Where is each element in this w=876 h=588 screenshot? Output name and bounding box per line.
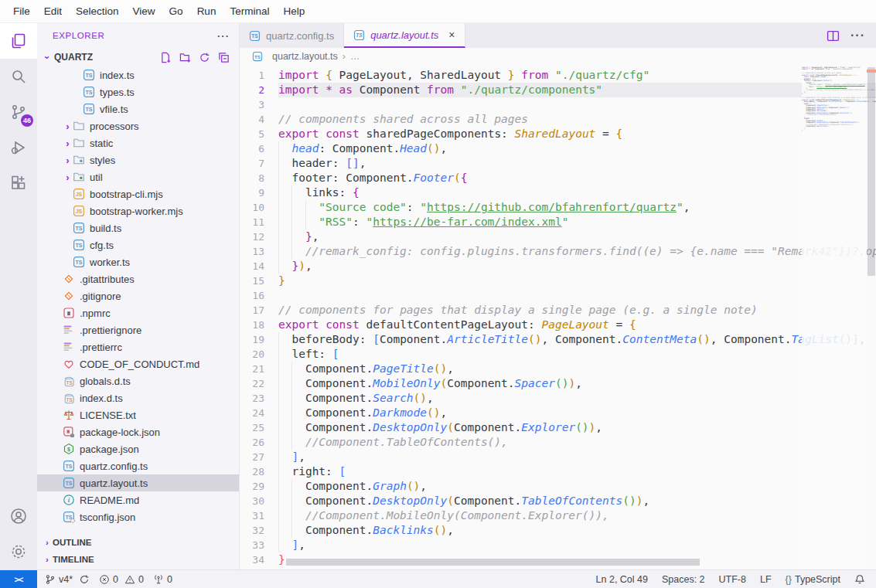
tree-item-label: bootstrap-worker.mjs [90,206,183,217]
minimap[interactable]: import { PageLayout, SharedLayout } from… [802,65,867,569]
search-activity-icon[interactable] [0,59,37,94]
tree-item-worker.ts[interactable]: TSworker.ts [37,253,239,270]
collapse-all-icon[interactable] [218,52,230,63]
cursor-position-status[interactable]: Ln 2, Col 49 [591,574,653,585]
tree-item-quartz.layout.ts[interactable]: TSquartz.layout.ts [37,474,239,491]
close-tab-icon[interactable]: × [448,29,455,41]
tree-item-.npmrc[interactable]: .npmrc [37,304,239,321]
timeline-chevron-icon: › [42,555,53,564]
tree-item-package.json[interactable]: $package.json [37,440,239,457]
tree-item-types.ts[interactable]: TStypes.ts [37,83,239,100]
tree-item-static[interactable]: ›static [37,134,239,151]
tree-item-build.ts[interactable]: TSbuild.ts [37,219,239,236]
tree-item-quartz.config.ts[interactable]: TSquartz.config.ts [37,457,239,474]
ports-status[interactable]: 0 [148,574,177,585]
extensions-activity-icon[interactable] [0,165,37,201]
menu-go[interactable]: Go [162,2,190,20]
tree-item-label: package.json [80,444,139,455]
tree-item-vfile.ts[interactable]: TSvfile.ts [37,100,239,117]
menu-help[interactable]: Help [276,2,312,20]
tree-item-.gitignore[interactable]: .gitignore [37,287,239,304]
editor-more-actions-icon[interactable]: ··· [850,29,865,42]
tree-item-cfg.ts[interactable]: TScfg.ts [37,236,239,253]
svg-text:TS: TS [76,260,83,265]
svg-text:TS: TS [66,397,73,403]
tree-item-package-lock.json[interactable]: package-lock.json [37,423,239,440]
menu-bar: FileEditSelectionViewGoRunTerminalHelp [0,0,876,23]
encoding-status[interactable]: UTF-8 [714,574,751,585]
eol-status[interactable]: LF [755,574,776,585]
tree-item-styles[interactable]: ›styles [37,151,239,168]
tree-item-.prettierignore[interactable]: .prettierignore [37,321,239,338]
refresh-icon[interactable] [199,52,210,63]
section-chevron-icon[interactable]: › [42,52,53,63]
js-icon: JS [73,205,85,217]
tree-item-processors[interactable]: ›processors [37,117,239,134]
tree-item-index.d.ts[interactable]: TSindex.d.ts [37,389,239,406]
tree-item-index.ts[interactable]: TSindex.ts [37,66,239,83]
menu-view[interactable]: View [126,2,162,20]
timeline-panel-header[interactable]: › TIMELINE [37,551,239,568]
tree-item-label: .prettierignore [80,325,141,336]
line-number: 16 [240,288,278,303]
menu-edit[interactable]: Edit [37,2,69,20]
breadcrumb-file[interactable]: quartz.layout.ts [272,51,338,62]
breadcrumb-separator: › [343,51,346,62]
language-mode-status[interactable]: {} TypeScript [781,574,845,585]
remote-indicator[interactable]: >< [0,570,37,588]
tree-item-label: CODE_OF_CONDUCT.md [80,359,199,370]
explorer-title: EXPLORER [53,31,104,40]
tree-item-README.md[interactable]: iREADME.md [37,491,239,508]
explorer-more-icon[interactable]: ··· [217,30,230,42]
timeline-label: TIMELINE [53,555,94,564]
code-line-11: 11 "RSS": "https://be-far.com/index.xml" [240,215,876,229]
tree-item-bootstrap-worker.mjs[interactable]: JSbootstrap-worker.mjs [37,202,239,219]
new-file-icon[interactable] [160,52,172,63]
explorer-activity-icon[interactable] [0,23,37,59]
menu-selection[interactable]: Selection [69,2,126,20]
line-number: 26 [240,435,278,450]
menu-run[interactable]: Run [190,2,223,20]
tree-item-LICENSE.txt[interactable]: LICENSE.txt [37,406,239,423]
tree-item-.prettierrc[interactable]: .prettierrc [37,338,239,355]
workspace-section-title[interactable]: QUARTZ [54,52,93,63]
horizontal-scrollbar[interactable] [286,559,700,566]
vertical-scrollbar[interactable] [867,67,875,276]
line-number: 14 [240,259,278,274]
git-branch-status[interactable]: v4* [40,574,94,585]
problems-status[interactable]: 0 0 [94,574,148,585]
prettier-icon [63,341,75,353]
ts-file-icon: TS [353,29,365,41]
new-folder-icon[interactable] [179,52,191,63]
tree-item-tsconfig.json[interactable]: TStsconfig.json [37,508,239,525]
line-number: 32 [240,523,278,538]
code-line-18: 18export const defaultContentPageLayout:… [240,318,876,332]
source-control-activity-icon[interactable]: 46 [0,94,37,130]
tree-item-label: static [90,138,113,149]
tab-quartz.config.ts[interactable]: TSquartz.config.ts [240,23,344,48]
git-icon [63,273,75,285]
tree-item-globals.d.ts[interactable]: TSglobals.d.ts [37,372,239,389]
split-editor-icon[interactable] [827,29,840,42]
tree-item-CODE_OF_CONDUCT.md[interactable]: CODE_OF_CONDUCT.md [37,355,239,372]
tab-quartz.layout.ts[interactable]: TSquartz.layout.ts× [344,23,465,48]
code-line-2: 2import * as Component from "./quartz/co… [240,83,876,97]
notifications-status[interactable] [850,574,870,585]
menu-file[interactable]: File [6,2,37,20]
menu-terminal[interactable]: Terminal [223,2,276,20]
account-icon [9,507,28,525]
code-line-8: 8 footer: Component.Footer({ [240,171,876,185]
breadcrumb[interactable]: TS quartz.layout.ts › … [240,48,876,65]
code-editor[interactable]: 1import { PageLayout, SharedLayout } fro… [240,65,876,569]
settings-activity-icon[interactable] [0,534,37,569]
tree-item-.gitattributes[interactable]: .gitattributes [37,270,239,287]
code-line-25: 25 Component.DesktopOnly(Component.Explo… [240,420,876,435]
account-activity-icon[interactable] [0,498,37,534]
breadcrumb-more[interactable]: … [350,51,360,62]
tree-item-util[interactable]: ›util [37,168,239,185]
outline-panel-header[interactable]: › OUTLINE [37,534,239,551]
dts-icon: TS [63,375,75,387]
run-debug-activity-icon[interactable] [0,130,37,165]
tree-item-bootstrap-cli.mjs[interactable]: JSbootstrap-cli.mjs [37,185,239,202]
indentation-status[interactable]: Spaces: 2 [657,574,710,585]
